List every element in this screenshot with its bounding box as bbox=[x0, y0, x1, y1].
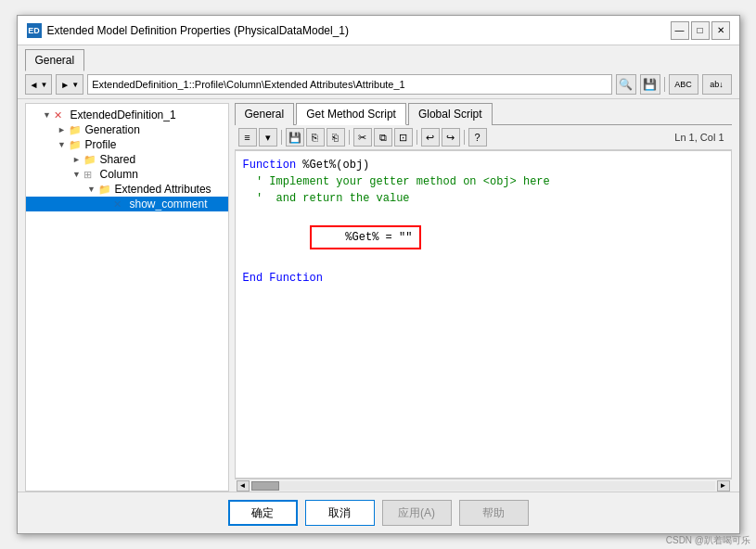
tree-item-label: Generation bbox=[85, 123, 140, 136]
apply-button[interactable]: 应用(A) bbox=[382, 500, 452, 526]
tree-item-show-comment[interactable]: ✕ show_comment bbox=[26, 197, 228, 211]
item-icon: ✕ bbox=[113, 198, 128, 211]
tree-item-label: ExtendedDefinition_1 bbox=[70, 109, 176, 121]
scroll-thumb[interactable] bbox=[251, 481, 279, 491]
tab-general[interactable]: General bbox=[25, 49, 85, 71]
ab-button[interactable]: ab↓ bbox=[702, 74, 732, 95]
inner-toolbar: ≡ ▾ 💾 ⎘ ⎗ ✂ ⧉ ⊡ ↩ ↪ ? Ln 1, Col 1 bbox=[235, 125, 732, 150]
sep1 bbox=[281, 130, 282, 145]
tree-item-label: show_comment bbox=[130, 198, 208, 211]
scroll-left-btn[interactable]: ◄ bbox=[237, 480, 250, 492]
tree-item-column[interactable]: ▼ ⊞ Column bbox=[26, 167, 228, 182]
toggle-icon[interactable]: ▼ bbox=[41, 110, 54, 120]
save-icon: 💾 bbox=[643, 78, 657, 91]
item-icon: ✕ bbox=[54, 109, 69, 121]
back-arrow-icon: ◄ bbox=[30, 80, 39, 90]
path-input[interactable] bbox=[87, 74, 611, 95]
toolbar: ◄ ▼ ► ▼ 🔍 💾 ABC ab↓ bbox=[18, 70, 739, 99]
abc-button[interactable]: ABC bbox=[669, 74, 698, 95]
tree-item-extended-attrs[interactable]: ▼ 📁 Extended Attributes bbox=[26, 182, 228, 197]
forward-arrow-icon: ► bbox=[60, 80, 70, 90]
dialog-title: Extended Model Definition Properties (Ph… bbox=[47, 24, 350, 37]
paste-btn[interactable]: ⎗ bbox=[327, 128, 345, 147]
code-line-1: Function Function %Get%(obj)%Get%(obj) bbox=[243, 157, 724, 173]
title-buttons: — □ ✕ bbox=[671, 21, 730, 40]
inner-tab-bar: General Get Method Script Global Script bbox=[235, 103, 732, 125]
tree-item-label: Shared bbox=[100, 153, 136, 166]
tree-panel: ▼ ✕ ExtendedDefinition_1 ► 📁 Generation … bbox=[25, 103, 229, 492]
clipboard-btn[interactable]: ⊡ bbox=[394, 128, 413, 147]
copy2-btn[interactable]: ⧉ bbox=[374, 128, 392, 147]
title-bar-left: ED Extended Model Definition Properties … bbox=[27, 23, 350, 38]
maximize-button[interactable]: □ bbox=[691, 21, 710, 40]
sep2 bbox=[349, 130, 350, 145]
tab-general[interactable]: General bbox=[235, 103, 295, 125]
sep bbox=[664, 77, 665, 92]
title-bar: ED Extended Model Definition Properties … bbox=[18, 16, 739, 45]
format-btn[interactable]: ≡ bbox=[238, 128, 257, 147]
tab-get-method[interactable]: Get Method Script bbox=[296, 103, 406, 125]
folder-icon: 📁 bbox=[83, 154, 98, 166]
code-line-2: ' Implement your getter method on <obj> … bbox=[243, 173, 724, 190]
forward-dropdown-icon: ▼ bbox=[71, 81, 79, 89]
app-icon: ED bbox=[27, 23, 42, 38]
scroll-track[interactable] bbox=[251, 481, 715, 491]
undo-btn[interactable]: ↩ bbox=[421, 128, 440, 147]
forward-button[interactable]: ► ▼ bbox=[56, 74, 83, 95]
cancel-button[interactable]: 取消 bbox=[305, 500, 375, 526]
redo-btn[interactable]: ↪ bbox=[442, 128, 460, 147]
tree-item-extended-def[interactable]: ▼ ✕ ExtendedDefinition_1 bbox=[26, 108, 228, 122]
code-line-4: %Get% = "" bbox=[243, 207, 724, 266]
close-button[interactable]: ✕ bbox=[711, 21, 730, 40]
sep4 bbox=[464, 130, 465, 145]
toggle-icon[interactable]: ▼ bbox=[70, 170, 83, 179]
sep3 bbox=[416, 130, 417, 145]
folder-icon: 📁 bbox=[98, 184, 113, 196]
back-dropdown-icon: ▼ bbox=[40, 81, 47, 89]
watermark: CSDN @趴着喝可乐 bbox=[666, 534, 750, 547]
tree-item-generation[interactable]: ► 📁 Generation bbox=[26, 122, 228, 137]
help-btn[interactable]: ? bbox=[468, 128, 487, 147]
table-icon: ⊞ bbox=[83, 169, 98, 181]
minimize-button[interactable]: — bbox=[671, 21, 689, 40]
tree-item-label: Extended Attributes bbox=[115, 183, 211, 196]
save-button[interactable]: 💾 bbox=[640, 74, 660, 95]
tree-item-profile[interactable]: ▼ 📁 Profile bbox=[26, 137, 228, 152]
code-editor[interactable]: Function Function %Get%(obj)%Get%(obj) '… bbox=[235, 150, 732, 479]
toggle-icon[interactable]: ▼ bbox=[56, 140, 69, 149]
horizontal-scrollbar[interactable]: ◄ ► bbox=[235, 479, 732, 492]
save-btn[interactable]: 💾 bbox=[286, 128, 304, 147]
dialog: ED Extended Model Definition Properties … bbox=[17, 15, 740, 534]
toggle-icon[interactable]: ► bbox=[70, 155, 83, 164]
ln-col-label: Ln 1, Col 1 bbox=[674, 132, 727, 143]
right-panel: General Get Method Script Global Script … bbox=[235, 103, 732, 492]
outer-tab-bar: General bbox=[18, 45, 739, 70]
main-content: ▼ ✕ ExtendedDefinition_1 ► 📁 Generation … bbox=[18, 99, 739, 492]
ok-button[interactable]: 确定 bbox=[228, 500, 298, 526]
tree-item-label: Profile bbox=[85, 138, 117, 151]
back-button[interactable]: ◄ ▼ bbox=[25, 74, 53, 95]
folder-icon: 📁 bbox=[69, 124, 83, 136]
tree-item-label: Column bbox=[100, 168, 138, 181]
toggle-icon[interactable]: ▼ bbox=[85, 185, 98, 194]
tree-item-shared[interactable]: ► 📁 Shared bbox=[26, 152, 228, 167]
help-button[interactable]: 帮助 bbox=[459, 500, 529, 526]
scroll-right-btn[interactable]: ► bbox=[717, 480, 730, 492]
code-line-5: End Function bbox=[243, 270, 724, 287]
bottom-bar: 确定 取消 应用(A) 帮助 bbox=[18, 492, 739, 533]
copy-btn[interactable]: ⎘ bbox=[306, 128, 325, 147]
tab-global-script[interactable]: Global Script bbox=[408, 103, 493, 125]
dropdown-btn[interactable]: ▾ bbox=[259, 128, 277, 147]
toggle-icon[interactable]: ► bbox=[56, 125, 69, 134]
search-icon: 🔍 bbox=[619, 78, 633, 91]
search-button[interactable]: 🔍 bbox=[616, 74, 636, 95]
cut-btn[interactable]: ✂ bbox=[353, 128, 372, 147]
highlighted-code: %Get% = "" bbox=[310, 225, 422, 249]
code-line-3: ' and return the value bbox=[243, 190, 724, 207]
folder-icon: 📁 bbox=[69, 139, 83, 151]
